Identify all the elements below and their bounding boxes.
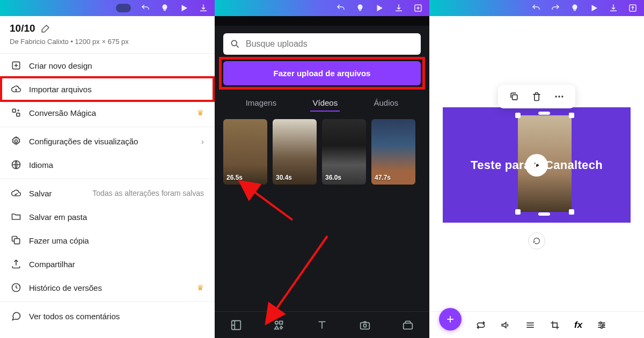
- video-thumbnail[interactable]: 26.5s: [223, 119, 267, 185]
- undo-icon[interactable]: [336, 3, 346, 13]
- text-icon[interactable]: [316, 319, 328, 331]
- gear-icon: [11, 136, 21, 146]
- menu-save-folder[interactable]: Salvar em pasta: [0, 205, 215, 229]
- premium-crown-icon: ♛: [197, 283, 204, 292]
- volume-icon[interactable]: [500, 320, 511, 330]
- play-icon[interactable]: [179, 3, 189, 13]
- svg-marker-25: [592, 5, 598, 11]
- download-icon[interactable]: [199, 3, 208, 13]
- editor-bottom-toolbar: + fx: [429, 311, 644, 338]
- video-duration: 47.7s: [375, 174, 391, 181]
- upload-files-button[interactable]: Fazer upload de arquivos: [223, 61, 421, 85]
- svg-rect-27: [513, 95, 517, 100]
- play-icon[interactable]: [375, 3, 384, 13]
- document-header: 10/10 De Fabricio Calixto • 1200 px × 67…: [0, 16, 215, 54]
- replace-icon[interactable]: [475, 320, 486, 330]
- duplicate-icon[interactable]: [509, 91, 519, 102]
- bottom-nav: [215, 311, 429, 338]
- trash-icon[interactable]: [531, 91, 542, 102]
- selection-toolbar: [498, 85, 575, 108]
- svg-rect-23: [404, 323, 413, 329]
- lightbulb-icon[interactable]: [570, 3, 580, 13]
- svg-point-22: [363, 324, 367, 327]
- svg-marker-20: [275, 326, 279, 329]
- svg-line-16: [267, 236, 327, 322]
- search-container: [215, 26, 429, 58]
- menu-create-design[interactable]: Criar novo design: [0, 54, 215, 77]
- video-thumbnail[interactable]: 47.7s: [371, 119, 415, 185]
- lines-icon[interactable]: [525, 320, 536, 330]
- effects-button[interactable]: fx: [574, 320, 582, 330]
- tab-videos[interactable]: Vídeos: [310, 95, 340, 112]
- svg-marker-10: [377, 5, 383, 11]
- svg-point-5: [15, 140, 18, 143]
- rotate-button[interactable]: [528, 232, 545, 249]
- layout-icon[interactable]: [230, 319, 242, 331]
- menu-separator: [0, 302, 215, 302]
- more-icon[interactable]: [554, 91, 565, 102]
- tab-audios[interactable]: Áudios: [371, 95, 400, 112]
- menu-language[interactable]: Idioma: [0, 153, 215, 177]
- video-thumbnails: 26.5s 30.4s 36.0s 47.7s: [215, 112, 429, 192]
- file-menu-list: Criar novo design Importar arquivos Conv…: [0, 54, 215, 328]
- menu-view-settings[interactable]: Configurações de visualização ›: [0, 129, 215, 153]
- adjust-icon[interactable]: [596, 320, 607, 330]
- svg-point-33: [603, 324, 604, 326]
- apps-icon[interactable]: [402, 319, 414, 331]
- video-thumbnail[interactable]: 30.4s: [273, 119, 317, 185]
- search-icon: [230, 39, 240, 49]
- svg-point-32: [600, 322, 602, 324]
- crop-icon[interactable]: [550, 320, 560, 330]
- menu-magic-conversion[interactable]: Conversão Mágica ♛: [0, 101, 215, 124]
- document-subtitle: De Fabricio Calixto • 1200 px × 675 px: [10, 38, 205, 46]
- export-icon[interactable]: [628, 3, 638, 13]
- lightbulb-icon[interactable]: [355, 3, 365, 13]
- top-toolbar: [0, 0, 215, 16]
- menu-label: Histórico de versões: [29, 283, 102, 292]
- svg-point-18: [275, 321, 279, 324]
- menu-share[interactable]: Compartilhar: [0, 252, 215, 276]
- menu-label: Salvar: [29, 189, 52, 198]
- comment-icon: [11, 311, 21, 321]
- edit-title-icon[interactable]: [41, 24, 50, 33]
- canvas-area: Teste para o Canaltech: [429, 16, 644, 311]
- undo-icon[interactable]: [141, 3, 150, 13]
- menu-label: Salvar em pasta: [29, 212, 87, 222]
- uploads-tabs: Imagens Vídeos Áudios: [215, 91, 429, 112]
- design-canvas[interactable]: Teste para o Canaltech: [443, 107, 631, 223]
- menu-view-comments[interactable]: Ver todos os comentários: [0, 304, 215, 328]
- redo-icon[interactable]: [551, 3, 560, 13]
- svg-rect-9: [359, 10, 362, 11]
- download-icon[interactable]: [609, 3, 618, 13]
- export-icon[interactable]: [413, 3, 423, 13]
- top-toolbar: [215, 0, 429, 16]
- menu-import-files[interactable]: Importar arquivos: [0, 77, 215, 101]
- tab-images[interactable]: Imagens: [244, 95, 279, 112]
- menu-label: Compartilhar: [29, 260, 75, 269]
- magic-icon: [11, 107, 21, 118]
- document-title: 10/10: [10, 23, 35, 34]
- menu-make-copy[interactable]: Fazer uma cópia: [0, 229, 215, 252]
- search-uploads-input[interactable]: [223, 33, 421, 55]
- undo-icon[interactable]: [531, 3, 541, 13]
- svg-point-30: [561, 95, 563, 97]
- download-icon[interactable]: [394, 3, 404, 13]
- top-toolbar: [429, 0, 644, 16]
- svg-rect-0: [164, 10, 166, 11]
- camera-icon[interactable]: [359, 319, 371, 331]
- video-thumbnail[interactable]: 36.0s: [322, 119, 366, 185]
- svg-point-28: [555, 95, 557, 97]
- lightbulb-icon[interactable]: [160, 3, 170, 13]
- svg-point-12: [231, 40, 237, 46]
- search-field[interactable]: [246, 39, 414, 49]
- svg-rect-24: [574, 10, 576, 11]
- chevron-right-icon: ›: [201, 137, 204, 146]
- svg-rect-4: [17, 113, 20, 116]
- play-icon[interactable]: [589, 3, 599, 13]
- copy-icon: [11, 235, 21, 246]
- menu-version-history[interactable]: Histórico de versões ♛: [0, 276, 215, 299]
- create-icon: [11, 60, 21, 71]
- svg-rect-7: [14, 239, 20, 244]
- menu-save[interactable]: Salvar Todas as alterações foram salvas: [0, 181, 215, 205]
- elements-icon[interactable]: [273, 319, 285, 331]
